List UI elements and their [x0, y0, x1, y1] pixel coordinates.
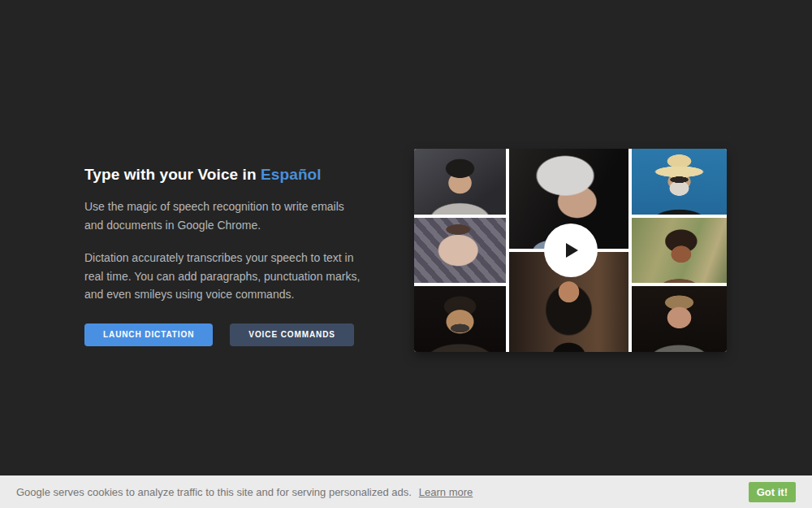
thumbnail-column-left: [414, 149, 506, 352]
page-title-prefix: Type with your Voice in: [84, 166, 261, 183]
page-title: Type with your Voice in Español: [84, 165, 362, 185]
video-play-button[interactable]: [544, 224, 598, 277]
face-photo-1: [414, 149, 506, 215]
play-triangle-icon: [566, 243, 578, 258]
face-photo-6: [632, 149, 727, 215]
hero-paragraph-1: Use the magic of speech recognition to w…: [84, 198, 362, 234]
voice-commands-button[interactable]: VOICE COMMANDS: [230, 323, 354, 346]
face-photo-7: [632, 218, 727, 284]
learn-more-link[interactable]: Learn more: [419, 486, 473, 498]
face-photo-8: [632, 286, 727, 352]
page-title-language: Español: [261, 166, 322, 183]
video-thumbnail[interactable]: [414, 149, 727, 352]
face-photo-3: [414, 286, 506, 352]
hero-paragraph-2: Dictation accurately transcribes your sp…: [84, 249, 362, 304]
launch-dictation-button[interactable]: LAUNCH DICTATION: [84, 323, 213, 346]
cookie-message: Google serves cookies to analyze traffic…: [16, 486, 412, 498]
got-it-button[interactable]: Got it!: [749, 482, 796, 502]
cookie-banner: Google serves cookies to analyze traffic…: [0, 475, 812, 508]
hero-text-block: Type with your Voice in Español Use the …: [84, 165, 362, 346]
thumbnail-column-right: [632, 149, 727, 352]
face-photo-2: [414, 218, 506, 284]
hero-button-row: LAUNCH DICTATION VOICE COMMANDS: [84, 323, 362, 346]
